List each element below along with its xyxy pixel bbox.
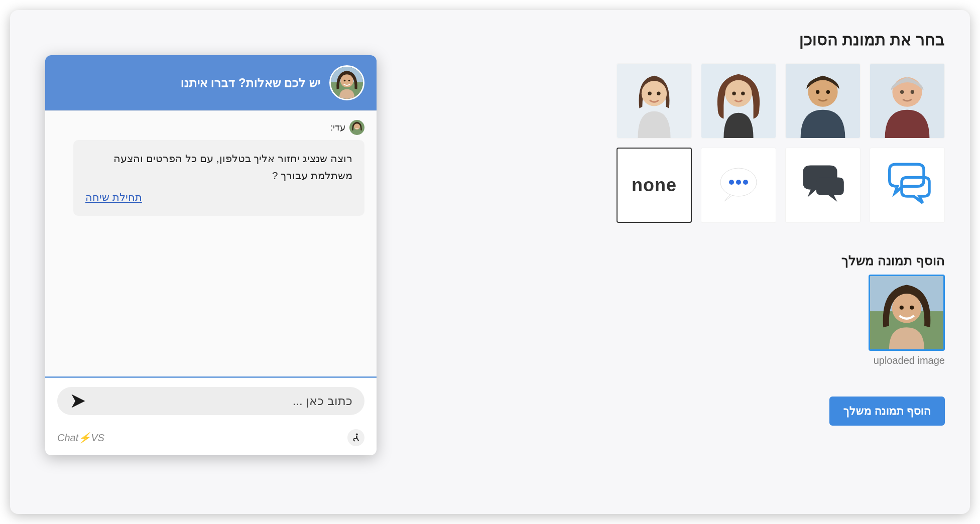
avatar-option-4[interactable] [617, 63, 692, 139]
svg-point-14 [648, 92, 651, 95]
upload-section: הוסף תמונה משלך uploaded image [624, 253, 945, 426]
start-chat-link[interactable]: תחילת שיחה [85, 189, 352, 206]
accessibility-button[interactable] [347, 429, 364, 446]
accessibility-icon [350, 432, 361, 443]
uploaded-image-wrap: uploaded image [624, 275, 945, 366]
chat-bubbles-outline-icon [880, 158, 935, 213]
add-image-button[interactable]: הוסף תמונה משלך [829, 397, 945, 426]
svg-point-3 [911, 90, 914, 94]
chat-input[interactable] [87, 394, 352, 408]
avatar-face-2 [786, 64, 860, 138]
svg-point-7 [826, 90, 830, 94]
svg-point-29 [348, 80, 350, 82]
chat-body: עדי: רוצה שנציג יחזור אליך בטלפון, עם כל… [45, 110, 377, 376]
svg-point-32 [356, 434, 358, 436]
svg-point-24 [910, 306, 914, 310]
chat-header-avatar [329, 65, 364, 100]
agent-name: עדי: [330, 122, 345, 133]
send-icon[interactable] [69, 392, 87, 410]
chat-icon-option-dark[interactable] [785, 148, 861, 223]
chat-brand: Chat⚡VS [57, 432, 104, 444]
svg-point-18 [736, 180, 741, 185]
agent-image-selector: בחר את תמונת הסוכן [624, 30, 945, 426]
avatar-option-3[interactable] [701, 63, 776, 139]
avatar-option-2[interactable] [785, 63, 861, 139]
chat-icon-option-dots[interactable] [701, 148, 776, 223]
svg-point-10 [732, 92, 736, 95]
chat-bubbles-dark-icon [795, 158, 850, 213]
avatar-face-1 [870, 64, 944, 138]
chat-input-wrap [57, 387, 364, 415]
svg-point-19 [743, 180, 748, 185]
svg-point-6 [816, 90, 819, 94]
svg-point-2 [900, 90, 904, 94]
settings-panel: בחר את תמונת הסוכן [10, 10, 970, 514]
chat-widget: יש לכם שאלות? דברו איתנו עדי: רוצה שנציג… [45, 55, 377, 455]
uploaded-image-preview[interactable] [869, 275, 945, 351]
avatar-agent-small-icon [349, 120, 364, 135]
chat-message-bubble: רוצה שנציג יחזור אליך בטלפון, עם כל הפרט… [73, 140, 364, 216]
avatar-option-1[interactable] [870, 63, 945, 139]
agent-line: עדי: [57, 120, 364, 135]
chat-header-text: יש לכם שאלות? דברו איתנו [181, 76, 320, 90]
svg-point-23 [900, 306, 904, 310]
chat-message-text: רוצה שנציג יחזור אליך בטלפון, עם כל הפרט… [113, 153, 352, 181]
avatar-face-4 [617, 64, 691, 138]
select-image-title: בחר את תמונת הסוכן [624, 30, 945, 49]
svg-point-15 [657, 92, 660, 95]
svg-point-11 [741, 92, 745, 95]
avatar-agent-icon [331, 67, 363, 99]
none-option[interactable]: none [617, 148, 692, 223]
avatar-face-3 [701, 64, 776, 138]
chat-input-area [45, 376, 377, 424]
chat-dots-icon [713, 160, 764, 210]
chat-footer: Chat⚡VS [45, 424, 377, 455]
svg-point-17 [729, 180, 734, 185]
image-grid: none [624, 63, 945, 223]
svg-point-9 [725, 80, 752, 107]
uploaded-image-caption: uploaded image [624, 355, 945, 366]
chat-icon-option-blue-outline[interactable] [870, 148, 945, 223]
chat-message-avatar [349, 120, 364, 135]
upload-title: הוסף תמונה משלך [624, 253, 945, 269]
uploaded-avatar-icon [870, 276, 943, 349]
svg-point-28 [344, 80, 346, 82]
none-label: none [632, 175, 677, 196]
chat-header: יש לכם שאלות? דברו איתנו [45, 55, 377, 110]
